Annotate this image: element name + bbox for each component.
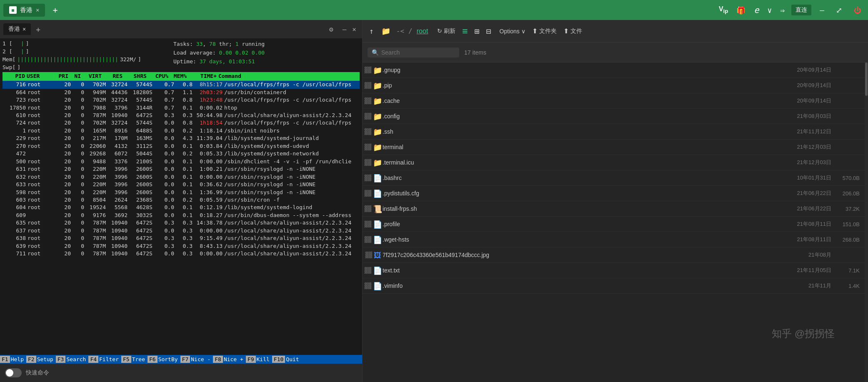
new-terminal-tab-btn[interactable]: +	[33, 23, 44, 35]
htop-fn-key[interactable]: F10	[272, 356, 285, 363]
new-tab-btn[interactable]: +	[48, 3, 62, 17]
file-list-item[interactable]: ▓▓ 📁 .pip 20年09月14日	[363, 78, 865, 93]
fm-scrollbar[interactable]	[865, 62, 868, 382]
fm-options-btn[interactable]: Options ∨	[496, 26, 529, 36]
table-row[interactable]: 17850 root 20 0 7988 3796 3144 R 0.7 0.1…	[3, 104, 360, 112]
cell-time: 14:38.78	[193, 219, 223, 227]
table-row[interactable]: 631 root 20 0 220M 3996 2600 S 0.0 0.1 1…	[3, 165, 360, 173]
file-list-item[interactable]: ▓▓📄 .wget-hsts 21年08月11日 268.0B	[363, 232, 865, 247]
tab-close-btn[interactable]: ×	[36, 7, 39, 13]
gift-icon[interactable]: 🎁	[735, 4, 747, 16]
fm-refresh-btn[interactable]: ↻ 刷新	[435, 26, 457, 37]
htop-fn-key[interactable]: F4	[88, 356, 98, 363]
main-tab[interactable]: ■ 香港 ×	[3, 4, 45, 17]
cell-time: 1h23:48	[193, 96, 223, 104]
fm-list-view-btn[interactable]: ≡	[460, 24, 469, 38]
direct-connect-btn[interactable]: 直连	[791, 5, 811, 15]
terminal-min-btn[interactable]: —	[340, 25, 349, 34]
table-row[interactable]: 1 root 20 0 165M 8916 6488 S 0.0 0.2 1:1…	[3, 127, 360, 135]
fm-new-folder-btn[interactable]: ⬆ 文件夹	[532, 27, 557, 35]
transfer-icon[interactable]: ⇒	[778, 4, 786, 16]
browser-icon[interactable]: e	[752, 3, 760, 17]
fm-folder-icon[interactable]: 📁	[380, 25, 392, 37]
file-list-item[interactable]: ▓▓ 📁 .terminal.icu 21年12月03日	[363, 155, 865, 170]
cell-user: root	[26, 242, 54, 250]
table-row[interactable]: 472 20 0 29268 6072 5044 S 0.0 0.2 0:05.…	[3, 150, 360, 157]
fm-scrollbar-thumb[interactable]	[865, 62, 868, 96]
file-list-item[interactable]: ▓▓📄 .bashrc 10年01月31日 570.0B	[363, 170, 865, 186]
table-row[interactable]: 723 root 20 0 702M 32724 5744 S 0.7 0.8 …	[3, 96, 360, 104]
table-row[interactable]: 598 root 20 0 220M 3996 2600 S 0.0 0.1 1…	[3, 189, 360, 196]
table-row[interactable]: 635 root 20 0 787M 10940 6472 S 0.3 0.3 …	[3, 219, 360, 227]
table-row[interactable]: 639 root 20 0 787M 10940 6472 S 0.3 0.3 …	[3, 242, 360, 250]
file-list-item[interactable]: ▓▓📄 text.txt 21年11月05日 7.1K	[363, 263, 865, 278]
file-list-item[interactable]: ▓▓ 📁 .gnupg 20年09月14日	[363, 62, 865, 78]
cell-user: root	[26, 204, 54, 211]
cell-virt: 787M	[84, 219, 106, 227]
htop-fn-key[interactable]: F3	[56, 356, 66, 363]
table-row[interactable]: 610 root 20 0 787M 10940 6472 S 0.3 0.3 …	[3, 112, 360, 119]
power-btn[interactable]: ⏻	[850, 4, 865, 16]
maximize-btn[interactable]: ⤢	[833, 4, 845, 16]
table-row[interactable]: 664 root 20 0 949M 44436 18280 S 0.7 1.1…	[3, 89, 360, 96]
cell-shr: 163M	[128, 135, 149, 142]
cell-pid: 500	[4, 158, 26, 165]
htop-fn-key[interactable]: F7	[180, 356, 190, 363]
htop-fn-key[interactable]: F6	[148, 356, 158, 363]
table-row[interactable]: 229 root 20 0 217M 170M 163M S 0.0 4.3 1…	[3, 135, 360, 142]
file-list-item[interactable]: ▓▓ 📁 .config 21年08月03日	[363, 109, 865, 124]
cell-pri: 20	[54, 89, 71, 96]
htop-fn-key[interactable]: F2	[26, 356, 36, 363]
fm-path-root[interactable]: root	[417, 27, 428, 35]
vip-icon[interactable]: Vip	[717, 4, 730, 16]
terminal-tab-close[interactable]: ×	[23, 26, 26, 32]
cell-virt: 7988	[84, 104, 106, 112]
table-row[interactable]: 711 root 20 0 787M 10940 6472 S 0.0 0.3 …	[3, 250, 360, 257]
fm-large-view-btn[interactable]: ⊟	[485, 25, 493, 38]
fm-search-box[interactable]: 🔍	[368, 47, 459, 57]
terminal-tab[interactable]: 香港 ×	[3, 23, 31, 35]
htop-fn-key[interactable]: F1	[0, 356, 10, 363]
file-list-item[interactable]: ▓▓📄 .pydistutils.cfg 21年06月22日 206.0B	[363, 186, 865, 201]
table-row[interactable]: 500 root 20 0 9488 3376 2100 S 0.0 0.1 0…	[3, 158, 360, 165]
fm-grid-view-btn[interactable]: ⊞	[473, 25, 481, 38]
terminal-settings-icon[interactable]: ⚙	[328, 24, 335, 35]
file-list-item[interactable]: ▓▓🖼 7f2917c206c43360e561b49174dbccc.jpg …	[363, 247, 865, 263]
terminal-body[interactable]: 1 [ | ] 2 [ | ]	[0, 38, 362, 355]
file-list-item[interactable]: ▓▓📄 .viminfo 21年11月 1.4K	[363, 278, 865, 294]
file-icon: ▓▓📄	[365, 266, 383, 275]
file-list-item[interactable]: ▓▓ 📁 terminal 21年12月03日	[363, 140, 865, 155]
cell-mem: 0.2	[174, 127, 193, 135]
cell-cpu: 0.7	[156, 89, 174, 96]
table-row[interactable]: 603 root 20 0 8504 2624 2368 S 0.0 0.2 0…	[3, 196, 360, 204]
fm-up-btn[interactable]: ↑	[368, 25, 375, 37]
table-row[interactable]: 716 root 20 0 702M 32724 5744 S 0.7 0.8 …	[3, 81, 360, 88]
table-row[interactable]: 724 root 20 0 702M 32724 5744 S 0.0 0.8 …	[3, 119, 360, 127]
htop-fn-key[interactable]: F8	[213, 356, 223, 363]
table-row[interactable]: 604 root 20 0 19524 5568 4628 S 0.0 0.1 …	[3, 204, 360, 211]
terminal-close-btn[interactable]: ×	[350, 25, 359, 34]
cell-cpu: 0.0	[156, 181, 174, 188]
table-row[interactable]: 637 root 20 0 787M 10940 6472 S 0.0 0.3 …	[3, 227, 360, 235]
table-row[interactable]: 638 root 20 0 787M 10940 6472 S 0.3 0.3 …	[3, 235, 360, 242]
file-type-icon: ▓▓📄	[368, 281, 379, 291]
file-list-item[interactable]: ▓▓📄 .profile 21年08月11日 151.0B	[363, 217, 865, 232]
htop-fn-key[interactable]: F9	[246, 356, 256, 363]
file-list-item[interactable]: ▓▓📜 install-frps.sh 21年06月22日 37.2K	[363, 201, 865, 217]
htop-fn-key[interactable]: F5	[121, 356, 131, 363]
cell-mem: 0.8	[174, 119, 193, 127]
table-row[interactable]: 270 root 20 0 22060 4132 3112 S 0.0 0.1 …	[3, 142, 360, 150]
table-row[interactable]: 632 root 20 0 220M 3996 2600 S 0.0 0.1 0…	[3, 173, 360, 181]
search-input[interactable]	[381, 49, 444, 56]
file-name: .config	[383, 113, 786, 120]
quick-cmd-toggle[interactable]	[5, 368, 22, 377]
file-list-item[interactable]: ▓▓ 📁 .ssh 21年11月12日	[363, 124, 865, 140]
fm-upload-file-btn[interactable]: ⬆ 文件	[563, 27, 582, 35]
minimize-btn[interactable]: —	[816, 4, 828, 16]
table-row[interactable]: 609 20 0 9176 3692 3032 S 0.0 0.1 0:18.2…	[3, 212, 360, 219]
file-list-item[interactable]: ▓▓ 📁 .cache 20年09月14日	[363, 93, 865, 109]
table-row[interactable]: 633 root 20 0 220M 3996 2600 S 0.0 0.1 0…	[3, 181, 360, 188]
folder-icon: ▓▓ 📁	[365, 143, 383, 152]
chevron-down-icon[interactable]: ∨	[765, 4, 773, 16]
cell-cpu: 0.0	[156, 204, 174, 211]
